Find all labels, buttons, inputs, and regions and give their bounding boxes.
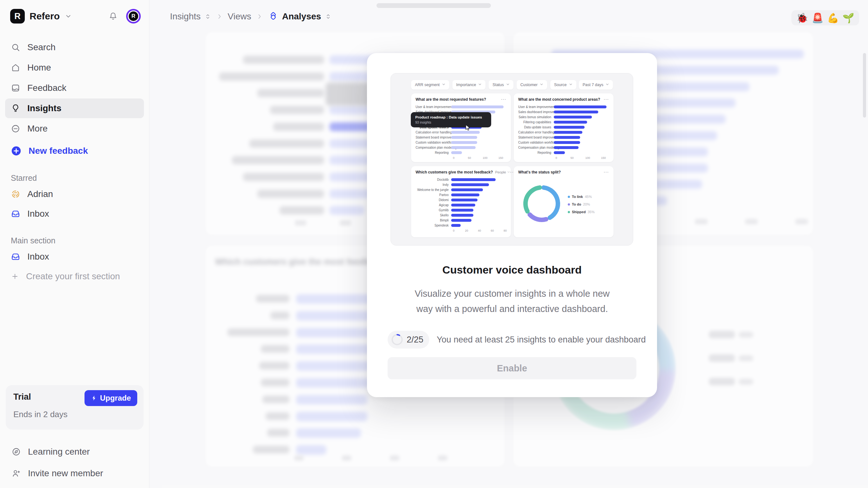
reaction-emoji[interactable]: 💪: [827, 12, 839, 24]
chart-row: User & team improvement: [518, 104, 609, 109]
sidebar-item-inbox[interactable]: Inbox: [5, 247, 144, 266]
filter-chip-importance[interactable]: Importance: [453, 80, 486, 90]
breadcrumb-item-views[interactable]: Views: [228, 11, 251, 22]
enable-button[interactable]: Enable: [388, 357, 637, 379]
chart-bar: [554, 111, 598, 114]
filter-chip-status[interactable]: Status: [489, 80, 513, 90]
chart-category-label: Filtering capabilities: [518, 120, 554, 124]
chevron-down-icon: [606, 83, 609, 87]
sidebar-item-home[interactable]: Home: [5, 58, 144, 78]
breadcrumb-item-analyses[interactable]: Analyses: [268, 11, 332, 22]
chart-category-label: Partoo: [415, 193, 451, 197]
chart-category-label: Statement board improvement: [518, 136, 554, 139]
chart-x-axis: 050100150: [454, 156, 506, 160]
reaction-emoji[interactable]: 🚨: [812, 12, 824, 24]
dashboard-preview: ARR segmentImportanceStatusCustomerSourc…: [391, 73, 633, 246]
chart-row: Reporting: [518, 150, 609, 155]
modal-title: Customer voice dashboard: [367, 264, 657, 276]
progress-pill: 2/25: [388, 331, 429, 348]
filter-chip-label: Importance: [456, 83, 476, 87]
notifications-bell-icon[interactable]: [108, 11, 118, 21]
date-filter-chip[interactable]: Past 7 days: [579, 80, 613, 90]
filter-chip-label: ARR segment: [415, 83, 440, 87]
status-split-card: What's the status split?···To link45%To …: [514, 166, 614, 237]
sidebar-item-feedback[interactable]: Feedback: [5, 78, 144, 98]
crumb-sep-icon: [256, 13, 263, 20]
sidebar-item-label: Home: [27, 63, 51, 73]
refero-app: Which customers give the most feedback? …: [0, 0, 868, 488]
axis-tick: 50: [468, 156, 471, 159]
axis-tick: 150: [498, 156, 503, 159]
chart-menu-button[interactable]: ···: [501, 97, 507, 102]
donut-legend: To link45%To do20%Shipped35%: [568, 193, 594, 216]
new-feedback-button[interactable]: New feedback: [5, 141, 144, 161]
chart-menu-button[interactable]: ···: [604, 170, 609, 175]
refero-logo: R: [10, 9, 25, 24]
chart-bar: [451, 136, 477, 139]
chart-row: Custom validation workflow: [518, 140, 609, 145]
chart-category-label: Bimpli: [415, 219, 451, 222]
axis-tick: 0: [453, 229, 454, 232]
mini-chart-card: Which customers give the most feedback?P…: [411, 166, 511, 237]
sidebar-item-adrian[interactable]: Adrian: [5, 185, 144, 204]
breadcrumb-item-insights[interactable]: Insights: [170, 11, 211, 22]
sidebar-header: R Refero R: [0, 0, 149, 24]
sidebar-item-search[interactable]: Search: [5, 37, 144, 57]
chart-bar: [554, 151, 565, 154]
chart-bar: [451, 199, 477, 202]
sidebar-item-inbox[interactable]: Inbox: [5, 204, 144, 223]
avatar[interactable]: R: [126, 9, 141, 24]
search-icon: [11, 42, 20, 52]
filter-chip-arr-segment[interactable]: ARR segment: [411, 80, 449, 90]
chart-category-label: Spendesk: [415, 224, 451, 227]
chart-bar: [451, 178, 496, 181]
axis-tick: 150: [601, 156, 606, 159]
chart-row: Gymlib: [415, 208, 506, 213]
chart-title: Which customers give the most feedback?: [415, 170, 493, 175]
chart-row: Calculation error handling: [518, 130, 609, 135]
chart-bar: [554, 116, 592, 119]
reaction-emoji[interactable]: 🐞: [796, 12, 808, 24]
legend-dot: [568, 196, 570, 198]
chevron-down-icon: [478, 83, 482, 87]
legend-dot: [568, 203, 570, 206]
plus-circle-icon: [11, 146, 22, 156]
chevron-down-icon: [506, 83, 509, 87]
spiral-icon: [11, 189, 20, 199]
drag-handle[interactable]: [376, 3, 491, 8]
legend-label: To link: [572, 195, 583, 199]
chart-category-label: Gymlib: [415, 208, 451, 212]
legend-label: Shipped: [572, 210, 586, 214]
chart-menu-button[interactable]: ···: [604, 97, 609, 102]
reactions-chip[interactable]: 🐞🚨💪🌱: [792, 10, 859, 25]
create-section-button[interactable]: Create your first section: [5, 267, 144, 286]
filter-chip-customer[interactable]: Customer: [517, 80, 547, 90]
dashboard-modal: ARR segmentImportanceStatusCustomerSourc…: [367, 53, 657, 397]
section-title: Starred: [11, 174, 149, 183]
reaction-emoji[interactable]: 🌱: [843, 12, 854, 24]
inbox-icon: [11, 252, 20, 262]
sidebar-item-label: Feedback: [27, 83, 66, 93]
chart-row: Sales bonus simulation: [518, 114, 609, 119]
sidebar-item-label: Invite new member: [28, 468, 103, 479]
compass-icon: [11, 447, 21, 457]
chart-bar: [451, 204, 475, 207]
filter-chip-source[interactable]: Source: [550, 80, 576, 90]
mini-chart-card: What are the most requested features?···…: [411, 93, 511, 162]
chart-row: Filtering capabilities: [518, 119, 609, 125]
sidebar-item-more[interactable]: More: [5, 119, 144, 139]
sidebar-item-invite-new-member[interactable]: Invite new member: [6, 464, 109, 483]
sidebar-item-insights[interactable]: Insights: [5, 98, 144, 118]
chart-selector[interactable]: People: [495, 170, 509, 174]
scrollbar-thumb[interactable]: [863, 53, 866, 118]
home-icon: [11, 63, 20, 72]
chart-row: Indy: [415, 182, 506, 187]
chart-row: Data update issues: [518, 125, 609, 130]
workspace-switcher[interactable]: R Refero: [10, 9, 72, 24]
updown-icon: [325, 13, 332, 20]
insights-progress: 2/25 You need at least 25 insights to en…: [388, 331, 646, 348]
preview-filter-bar: ARR segmentImportanceStatusCustomerSourc…: [411, 80, 576, 90]
date-filter-label: Past 7 days: [583, 83, 603, 87]
upgrade-button[interactable]: Upgrade: [85, 390, 137, 406]
sidebar-item-learning-center[interactable]: Learning center: [6, 442, 96, 461]
